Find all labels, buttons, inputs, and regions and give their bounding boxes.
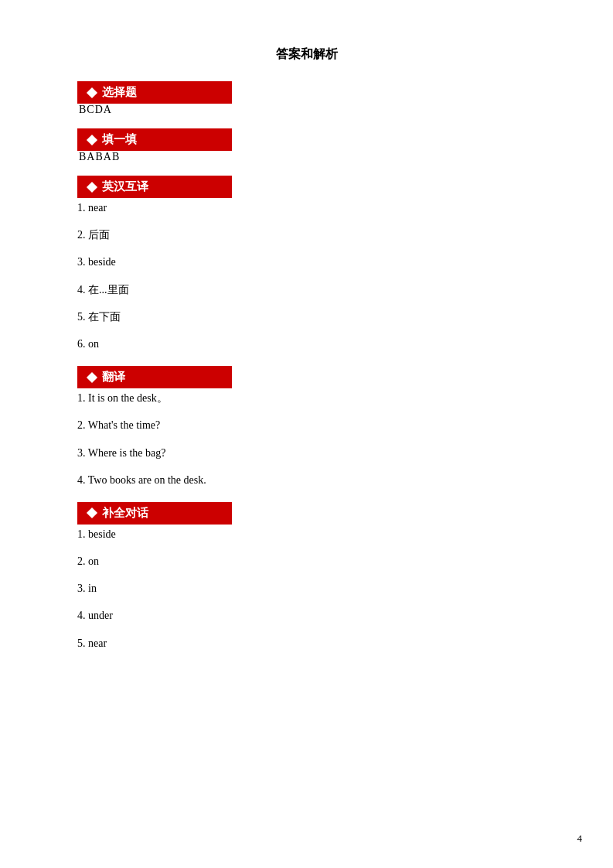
buquan-list: 1. beside 2. on 3. in 4. under 5. near [77, 525, 536, 653]
list-item: 2. on [77, 552, 536, 571]
section-fanyi: 翻译 1. It is on the desk。 2. What's the t… [77, 366, 536, 490]
list-item: 3. beside [77, 252, 536, 272]
section-title-fanyi: 翻译 [102, 370, 125, 384]
list-item: 3. Where is the bag? [77, 443, 536, 463]
section-title-tian: 填一填 [102, 132, 137, 147]
list-item: 1. beside [77, 525, 536, 544]
page-number: 4 [577, 832, 583, 845]
page-title: 答案和解析 [77, 46, 536, 63]
section-header-yinghan: 英汉互译 [77, 176, 232, 198]
section-xuanze: 选择题 BCDA [77, 81, 536, 116]
section-buquan: 补全对话 1. beside 2. on 3. in 4. under 5. n… [77, 502, 536, 653]
list-item: 3. in [77, 579, 536, 598]
xuanze-answer: BCDA [77, 104, 536, 116]
section-title-xuanze: 选择题 [102, 85, 137, 100]
diamond-icon [87, 87, 97, 97]
section-title-yinghan: 英汉互译 [102, 179, 148, 194]
list-item: 5. near [77, 634, 536, 653]
diamond-icon-4 [87, 372, 97, 383]
list-item: 2. 后面 [77, 225, 536, 244]
section-header-fanyi: 翻译 [77, 366, 232, 388]
list-item: 4. 在...里面 [77, 280, 536, 299]
yinghan-list: 1. near 2. 后面 3. beside 4. 在...里面 5. 在下面… [77, 198, 536, 354]
section-yinghan: 英汉互译 1. near 2. 后面 3. beside 4. 在...里面 5… [77, 176, 536, 354]
section-title-buquan: 补全对话 [102, 506, 148, 521]
page: 答案和解析 选择题 BCDA 填一填 BABAB 英汉互译 1. near 2.… [0, 0, 613, 868]
section-header-tian: 填一填 [77, 128, 232, 151]
list-item: 1. It is on the desk。 [77, 388, 536, 408]
section-header-xuanze: 选择题 [77, 81, 232, 104]
section-header-buquan: 补全对话 [77, 502, 232, 525]
diamond-icon-3 [87, 181, 97, 192]
tian-answer: BABAB [77, 151, 536, 163]
fanyi-list: 1. It is on the desk。 2. What's the time… [77, 388, 536, 490]
section-tian: 填一填 BABAB [77, 128, 536, 163]
list-item: 5. 在下面 [77, 307, 536, 326]
list-item: 6. on [77, 334, 536, 354]
list-item: 4. under [77, 606, 536, 625]
diamond-icon-5 [87, 507, 97, 518]
list-item: 2. What's the time? [77, 415, 536, 435]
diamond-icon-2 [87, 134, 97, 145]
list-item: 1. near [77, 198, 536, 217]
list-item: 4. Two books are on the desk. [77, 470, 536, 490]
